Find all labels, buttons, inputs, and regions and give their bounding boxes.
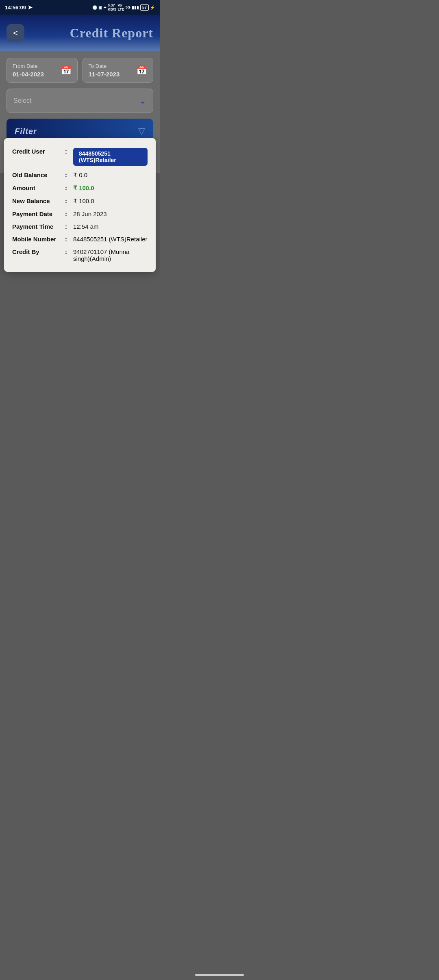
- old-balance-value: ₹ 0.0: [73, 171, 148, 179]
- from-date-value: 01-04-2023: [13, 71, 44, 78]
- credit-user-colon: :: [65, 148, 73, 155]
- select-label: Select: [13, 97, 31, 104]
- network-speed: 0.37KB/S: [108, 3, 117, 11]
- payment-time-colon: :: [65, 223, 73, 230]
- to-date-inner: To Date 11-07-2023: [89, 63, 120, 78]
- status-icons-area: 🕐 ▣ ✦ 0.37KB/S VoLTE 5G ▮▮▮ 57 ⚡: [92, 3, 155, 11]
- battery-icon: 57: [140, 4, 149, 11]
- status-time: 14:56:09: [5, 4, 26, 11]
- to-date-value: 11-07-2023: [89, 71, 120, 78]
- back-icon: <: [13, 28, 18, 38]
- payment-time-label: Payment Time: [12, 223, 65, 230]
- back-button[interactable]: <: [7, 24, 24, 42]
- date-filter-row: From Date 01-04-2023 📅 To Date 11-07-202…: [7, 58, 153, 83]
- vo-lte-icon: VoLTE: [118, 3, 124, 11]
- new-balance-value: ₹ 100.0: [73, 197, 148, 205]
- status-time-area: 14:56:09 ➤: [5, 4, 33, 11]
- from-date-box[interactable]: From Date 01-04-2023 📅: [7, 58, 78, 83]
- navigation-icon: ➤: [28, 4, 33, 11]
- to-date-calendar-icon: 📅: [136, 65, 147, 76]
- modal-row-new-balance: New Balance : ₹ 100.0: [12, 197, 148, 205]
- amount-colon: :: [65, 184, 73, 191]
- credit-user-value: 8448505251 (WTS)Retailer: [73, 148, 148, 166]
- vibrate-icon: ▣: [98, 5, 102, 10]
- modal-row-payment-date: Payment Date : 28 Jun 2023: [12, 210, 148, 217]
- select-dropdown[interactable]: Select ⌄: [7, 89, 153, 113]
- old-balance-colon: :: [65, 171, 73, 178]
- amount-value: ₹ 100.0: [73, 184, 148, 192]
- status-bar: 14:56:09 ➤ 🕐 ▣ ✦ 0.37KB/S VoLTE 5G ▮▮▮ 5…: [0, 0, 160, 15]
- 5g-icon: 5G: [126, 5, 130, 9]
- modal-row-amount: Amount : ₹ 100.0: [12, 184, 148, 192]
- credit-user-label: Credit User: [12, 148, 65, 155]
- mobile-number-colon: :: [65, 236, 73, 243]
- from-date-calendar-icon: 📅: [61, 65, 72, 76]
- mobile-number-value: 8448505251 (WTS)Retailer: [73, 236, 148, 243]
- signal-bars-icon: ▮▮▮: [132, 5, 139, 10]
- modal-row-mobile-number: Mobile Number : 8448505251 (WTS)Retailer: [12, 236, 148, 243]
- charging-icon: ⚡: [150, 5, 155, 10]
- header: < Credit Report: [0, 15, 160, 51]
- credit-by-colon: :: [65, 248, 73, 255]
- alarm-icon: 🕐: [92, 5, 97, 10]
- mobile-number-label: Mobile Number: [12, 236, 65, 243]
- modal-row-credit-user: Credit User : 8448505251 (WTS)Retailer: [12, 148, 148, 166]
- filter-funnel-icon: ▽: [138, 126, 145, 137]
- payment-date-label: Payment Date: [12, 210, 65, 217]
- modal-row-payment-time: Payment Time : 12:54 am: [12, 223, 148, 230]
- to-date-box[interactable]: To Date 11-07-2023 📅: [83, 58, 154, 83]
- credit-by-label: Credit By: [12, 248, 65, 255]
- page-title: Credit Report: [70, 26, 153, 41]
- new-balance-colon: :: [65, 197, 73, 204]
- old-balance-label: Old Balance: [12, 171, 65, 178]
- chevron-down-icon: ⌄: [139, 95, 146, 106]
- new-balance-label: New Balance: [12, 197, 65, 204]
- to-date-label: To Date: [89, 63, 120, 69]
- amount-label: Amount: [12, 184, 65, 191]
- payment-date-value: 28 Jun 2023: [73, 210, 148, 217]
- from-date-label: From Date: [13, 63, 44, 69]
- modal-row-old-balance: Old Balance : ₹ 0.0: [12, 171, 148, 179]
- from-date-inner: From Date 01-04-2023: [13, 63, 44, 78]
- bluetooth-icon: ✦: [103, 5, 106, 10]
- filter-button-label: Filter: [15, 127, 37, 136]
- payment-date-colon: :: [65, 210, 73, 217]
- credit-by-value: 9402701107 (Munna singh)(Admin): [73, 248, 148, 262]
- credit-detail-modal: Credit User : 8448505251 (WTS)Retailer O…: [4, 138, 156, 272]
- payment-time-value: 12:54 am: [73, 223, 148, 230]
- modal-row-credit-by: Credit By : 9402701107 (Munna singh)(Adm…: [12, 248, 148, 262]
